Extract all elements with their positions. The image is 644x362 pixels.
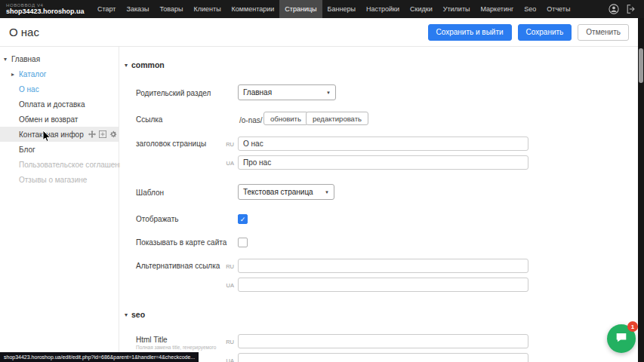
- status-url: shop34423.horoshop.ua/edit/edit.php?id=6…: [0, 352, 199, 362]
- tree-item-label: Пользовательское соглашение: [19, 161, 128, 169]
- check-icon: ✓: [240, 216, 246, 223]
- lang-ua-label: UA: [221, 282, 234, 289]
- caret-right-icon[interactable]: ▸: [11, 71, 19, 78]
- chevron-down-icon: ▼: [325, 190, 329, 195]
- tree-item-label: О нас: [19, 85, 39, 94]
- link-edit-button[interactable]: редактировать: [306, 112, 368, 125]
- lang-ru-label: RU: [221, 339, 234, 345]
- tree-item-label: Оплата и доставка: [19, 100, 85, 109]
- tree-item-exchange-return[interactable]: Обмен и возврат: [0, 112, 119, 127]
- tree-item-home[interactable]: ▾ Главная: [0, 51, 119, 66]
- page-title-ru-input[interactable]: [238, 137, 528, 151]
- template-label: Шаблон: [136, 189, 164, 197]
- horoshop-admin-window: НОВОВВОД V4 shop34423.horoshop.ua Старт …: [0, 0, 644, 362]
- chevron-down-icon: ▼: [326, 90, 331, 95]
- link-refresh-button[interactable]: обновить: [263, 112, 308, 125]
- gear-icon[interactable]: [109, 130, 117, 138]
- menu-comments[interactable]: Комментарии: [226, 0, 280, 18]
- account-icon[interactable]: [609, 4, 619, 14]
- tree-item-label: Главная: [11, 55, 40, 63]
- chat-widget-button[interactable]: 1: [607, 324, 636, 353]
- section-seo-label: seo: [131, 310, 145, 319]
- main-menu: Старт Заказы Товары Клиенты Комментарии …: [92, 0, 575, 18]
- lang-ru-label: RU: [221, 141, 234, 148]
- menu-marketing[interactable]: Маркетинг: [475, 0, 519, 18]
- pages-tree-sidebar: ▾ Главная ▸ Каталог О нас Оплата и доста…: [0, 47, 119, 362]
- menu-start[interactable]: Старт: [92, 0, 121, 18]
- menu-reports[interactable]: Отчеты: [541, 0, 575, 18]
- template-select[interactable]: Текстовая страница ▼: [238, 184, 334, 200]
- chat-bubble-icon: [615, 330, 628, 347]
- page-title-field-label: заголовок страницы: [136, 140, 206, 148]
- menu-banners[interactable]: Баннеры: [322, 0, 361, 18]
- tree-item-contact-info[interactable]: Контактная инфор: [0, 127, 119, 142]
- link-label: Ссылка: [136, 115, 162, 124]
- template-value: Текстовая страница: [243, 188, 313, 196]
- caret-down-icon: ▾: [125, 311, 128, 318]
- tree-item-label: Блог: [19, 146, 35, 154]
- html-title-hint: Полная замена title, генерируемого: [136, 345, 238, 350]
- logout-icon[interactable]: [626, 4, 636, 14]
- tree-item-store-reviews[interactable]: Отзывы о магазине: [0, 172, 119, 187]
- caret-down-icon[interactable]: ▾: [4, 56, 11, 63]
- section-common[interactable]: ▾ common: [125, 60, 165, 69]
- page-header: О нас Сохранить и выйти Сохранить Отмени…: [0, 18, 638, 47]
- html-title-ua-input[interactable]: [238, 353, 528, 362]
- scrollbar-thumb[interactable]: [639, 48, 643, 83]
- menu-settings[interactable]: Настройки: [361, 0, 405, 18]
- topbar: НОВОВВОД V4 shop34423.horoshop.ua Старт …: [0, 0, 644, 18]
- tree-item-about-selected[interactable]: О нас: [0, 81, 119, 97]
- menu-seo[interactable]: Seo: [519, 0, 541, 18]
- html-title-ru-input[interactable]: [238, 334, 528, 348]
- parent-section-label: Родительский раздел: [136, 89, 211, 97]
- sitemap-label: Показывать в карте сайта: [136, 238, 226, 247]
- sitemap-checkbox[interactable]: [238, 238, 248, 247]
- page-edit-form: ▾ common Родительский раздел Главная ▼ С…: [120, 47, 638, 362]
- tree-item-label: Каталог: [19, 70, 46, 78]
- lang-ua-label: UA: [221, 160, 234, 167]
- tree-item-catalog[interactable]: ▸ Каталог: [0, 66, 119, 81]
- save-and-exit-button[interactable]: Сохранить и выйти: [428, 24, 512, 41]
- tree-item-payment-delivery[interactable]: Оплата и доставка: [0, 97, 119, 112]
- page-title-ua-input[interactable]: [238, 155, 528, 170]
- logo[interactable]: НОВОВВОД V4 shop34423.horoshop.ua: [0, 3, 85, 15]
- menu-clients[interactable]: Клиенты: [189, 0, 226, 18]
- display-label: Отображать: [136, 215, 178, 223]
- alt-link-label: Альтернативная ссылка: [136, 262, 220, 270]
- lang-ru-label: RU: [221, 263, 234, 270]
- tree-item-label: Контактная инфор: [19, 130, 84, 139]
- lang-ua-label: UA: [221, 357, 234, 362]
- section-common-label: common: [131, 60, 165, 69]
- save-button[interactable]: Сохранить: [518, 24, 572, 41]
- menu-discounts[interactable]: Скидки: [405, 0, 438, 18]
- tree-item-blog[interactable]: Блог: [0, 142, 119, 157]
- menu-orders[interactable]: Заказы: [121, 0, 154, 18]
- add-page-icon[interactable]: [99, 130, 106, 138]
- menu-products[interactable]: Товары: [155, 0, 189, 18]
- logo-domain: shop34423.horoshop.ua: [6, 8, 85, 15]
- drag-move-icon[interactable]: [88, 130, 96, 138]
- caret-down-icon: ▾: [125, 62, 128, 69]
- tree-item-label: Обмен и возврат: [19, 115, 78, 124]
- parent-section-select[interactable]: Главная ▼: [238, 84, 336, 100]
- page-title: О нас: [9, 26, 39, 38]
- tree-item-user-agreement[interactable]: Пользовательское соглашение: [0, 157, 119, 172]
- header-actions: Сохранить и выйти Сохранить Отменить: [428, 24, 630, 41]
- menu-pages[interactable]: Страницы: [279, 0, 322, 18]
- link-path-value: /o-nas/: [239, 116, 263, 124]
- tree-item-label: Отзывы о магазине: [19, 176, 87, 184]
- section-seo[interactable]: ▾ seo: [125, 310, 145, 319]
- alt-link-ua-input[interactable]: [238, 278, 528, 292]
- menu-utilities[interactable]: Утилиты: [438, 0, 476, 18]
- topbar-icons: [609, 4, 644, 14]
- right-scroll-strip: [638, 18, 644, 362]
- chat-unread-badge: 1: [627, 321, 638, 332]
- parent-section-value: Главная: [243, 88, 272, 97]
- display-checkbox[interactable]: ✓: [238, 214, 248, 224]
- cancel-button[interactable]: Отменить: [578, 24, 629, 41]
- html-title-label: Html Title: [136, 336, 168, 344]
- alt-link-ru-input[interactable]: [238, 259, 528, 273]
